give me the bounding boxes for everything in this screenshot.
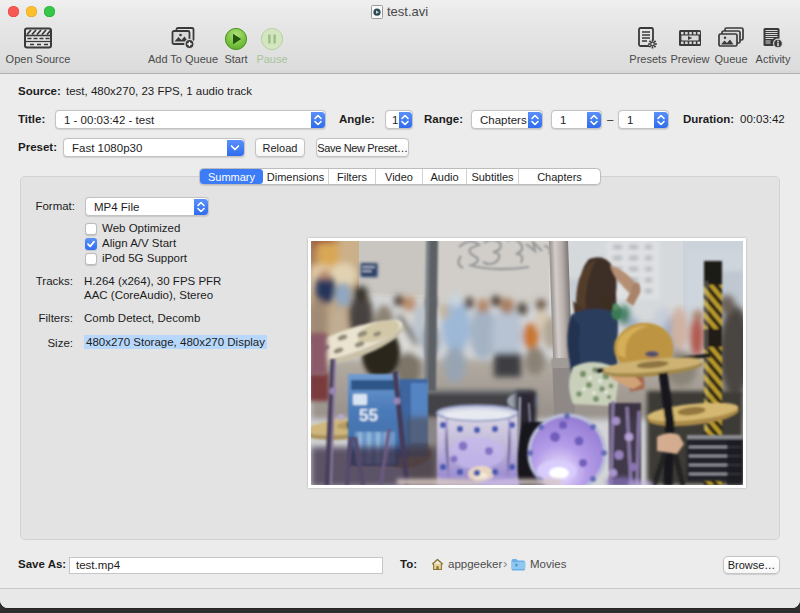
- svg-text:55: 55: [359, 406, 378, 425]
